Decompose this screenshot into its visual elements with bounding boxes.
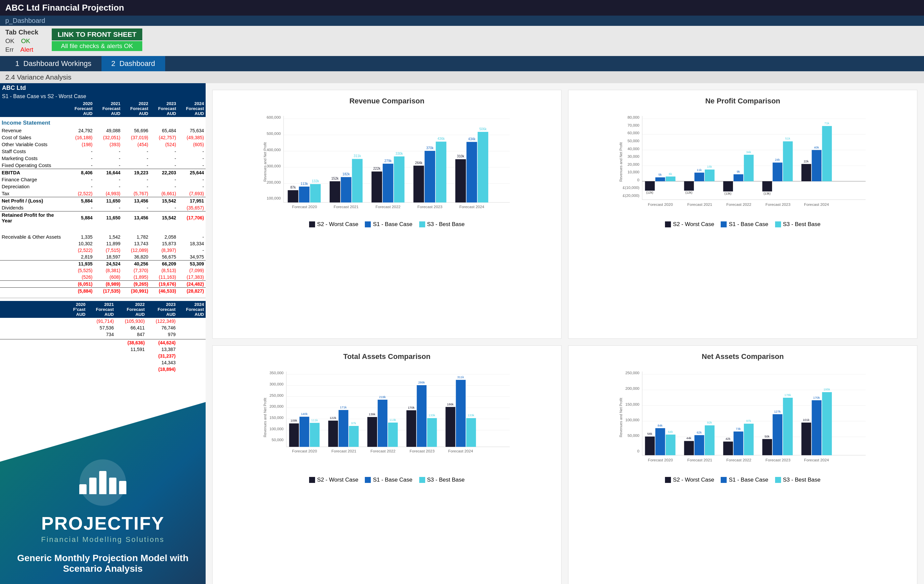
svg-text:200,000: 200,000 — [625, 386, 639, 390]
svg-text:436k: 436k — [437, 137, 445, 140]
svg-text:286k: 286k — [418, 381, 425, 384]
svg-text:15k: 15k — [707, 165, 712, 168]
svg-text:311k: 311k — [353, 154, 361, 158]
svg-rect-88 — [762, 181, 772, 192]
svg-rect-195 — [801, 423, 811, 456]
svg-rect-139 — [406, 410, 416, 447]
svg-rect-199 — [822, 392, 832, 455]
svg-text:152k: 152k — [331, 177, 339, 180]
svg-rect-15 — [299, 187, 309, 202]
svg-rect-171 — [666, 434, 675, 455]
svg-text:133k: 133k — [468, 414, 474, 417]
svg-text:44k: 44k — [686, 436, 691, 440]
svg-text:34k: 34k — [746, 150, 751, 154]
svg-rect-125 — [328, 421, 338, 447]
svg-rect-141 — [417, 385, 427, 447]
svg-rect-31 — [394, 156, 404, 202]
svg-text:122k: 122k — [330, 416, 336, 419]
svg-text:73k: 73k — [736, 427, 741, 431]
svg-text:370k: 370k — [426, 146, 434, 150]
svg-text:40k: 40k — [814, 146, 819, 149]
svg-text:6k: 6k — [669, 172, 672, 176]
svg-text:222k: 222k — [373, 167, 381, 170]
company-subtitle: Financial Modelling Solutions — [41, 535, 165, 544]
projectify-logo — [79, 459, 126, 506]
svg-text:300,000: 300,000 — [269, 382, 284, 386]
svg-text:5k: 5k — [658, 173, 662, 176]
ok-value: OK — [21, 38, 30, 45]
svg-rect-176 — [695, 435, 704, 456]
svg-text:101k: 101k — [803, 418, 810, 421]
svg-text:178k: 178k — [784, 393, 791, 397]
revenue-chart: Revenue Comparison 600,000 500,000 400,0… — [212, 90, 561, 339]
svg-text:300,000: 300,000 — [267, 164, 281, 168]
svg-rect-188 — [762, 439, 772, 456]
svg-rect-197 — [812, 400, 822, 456]
svg-text:250,000: 250,000 — [269, 393, 284, 397]
col-header-label — [0, 100, 66, 117]
total-assets-chart-svg: 350,000 300,000 250,000 200,000 150,000 … — [219, 366, 554, 472]
svg-text:42k: 42k — [725, 437, 730, 441]
app-title: ABC Ltd Financial Projection — [5, 3, 124, 13]
svg-text:Forecast 2020: Forecast 2020 — [648, 202, 673, 206]
top-header: ABC Ltd Financial Projection — [0, 0, 924, 16]
svg-text:22k: 22k — [804, 160, 808, 163]
svg-text:400,000: 400,000 — [267, 148, 281, 152]
revenue-chart-title: Revenue Comparison — [219, 97, 554, 105]
svg-rect-146 — [446, 407, 455, 447]
svg-text:139k: 139k — [369, 413, 375, 416]
svg-rect-122 — [310, 423, 319, 447]
svg-text:Revenues and Net Profit: Revenues and Net Profit — [619, 398, 623, 437]
svg-text:506k: 506k — [479, 127, 487, 131]
svg-rect-34 — [414, 166, 424, 202]
svg-text:219k: 219k — [379, 395, 386, 399]
svg-text:350,000: 350,000 — [269, 370, 284, 375]
svg-text:Forecast 2024: Forecast 2024 — [459, 204, 485, 209]
tab-dashboard-workings[interactable]: 1 Dashboard Workings — [5, 56, 101, 71]
svg-rect-81 — [723, 181, 733, 192]
svg-rect-13 — [288, 190, 299, 202]
tab-dashboard[interactable]: 2 Dashboard — [101, 56, 165, 71]
svg-text:264k: 264k — [415, 161, 423, 165]
svg-text:(13k): (13k) — [764, 192, 771, 195]
svg-text:Forecast 2024: Forecast 2024 — [804, 202, 829, 206]
svg-text:92k: 92k — [707, 421, 712, 424]
svg-text:(12k): (12k) — [647, 191, 653, 194]
svg-rect-78 — [705, 170, 714, 181]
svg-text:Forecast 2020: Forecast 2020 — [648, 458, 673, 462]
svg-rect-27 — [371, 171, 382, 202]
svg-rect-90 — [773, 163, 782, 181]
svg-text:113k: 113k — [389, 418, 396, 421]
app-subtitle: p_Dashboard — [5, 17, 45, 24]
svg-text:60,000: 60,000 — [627, 131, 639, 135]
svg-text:Forecast 2023: Forecast 2023 — [409, 449, 435, 453]
svg-text:Forecast 2021: Forecast 2021 — [687, 458, 712, 462]
variance-table-2: 2020F'castAUD 2021ForecastAUD 2022Foreca… — [0, 301, 206, 373]
svg-text:Forecast 2022: Forecast 2022 — [726, 458, 751, 462]
svg-text:51k: 51k — [785, 137, 790, 140]
svg-text:Forecast 2020: Forecast 2020 — [292, 204, 317, 209]
svg-text:58k: 58k — [647, 432, 652, 436]
svg-text:150,000: 150,000 — [625, 402, 639, 406]
err-value: Alert — [20, 46, 33, 53]
section-label: 2.4 Variance Analysis — [0, 71, 924, 83]
svg-text:64k: 64k — [668, 430, 673, 434]
revenue-chart-svg: 600,000 500,000 400,000 300,000 200,000 … — [219, 110, 554, 216]
col-2024: 2024ForecastAUD — [178, 100, 206, 117]
svg-text:9k: 9k — [737, 170, 740, 173]
svg-text:Forecast 2021: Forecast 2021 — [334, 204, 358, 209]
svg-rect-43 — [467, 142, 477, 202]
svg-text:97k: 97k — [351, 421, 356, 425]
svg-rect-97 — [812, 150, 822, 181]
svg-text:100,000: 100,000 — [267, 196, 281, 200]
svg-text:Forecast 2022: Forecast 2022 — [370, 449, 395, 453]
svg-text:100,000: 100,000 — [625, 418, 639, 422]
svg-text:500,000: 500,000 — [267, 131, 281, 136]
svg-rect-181 — [723, 441, 733, 455]
svg-rect-22 — [341, 177, 351, 202]
svg-rect-83 — [734, 174, 743, 181]
svg-rect-129 — [349, 426, 358, 447]
svg-text:434k: 434k — [468, 137, 476, 141]
link-front-sheet-button[interactable]: LINK TO FRONT SHEET — [52, 28, 143, 40]
svg-text:109k: 109k — [290, 419, 297, 422]
